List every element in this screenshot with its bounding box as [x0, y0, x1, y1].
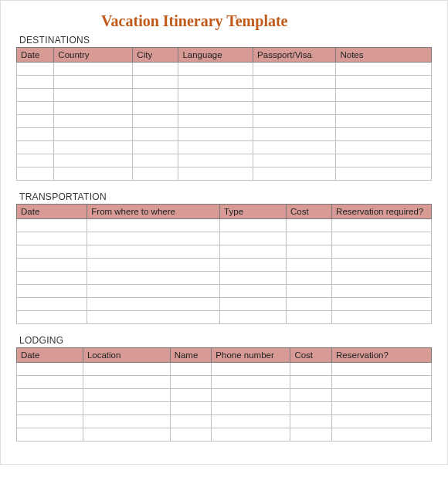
table-cell[interactable]: [17, 89, 54, 102]
table-cell[interactable]: [17, 298, 87, 311]
table-cell[interactable]: [253, 141, 336, 154]
table-cell[interactable]: [336, 141, 432, 154]
table-cell[interactable]: [336, 128, 432, 141]
table-cell[interactable]: [17, 415, 83, 428]
table-cell[interactable]: [178, 167, 253, 181]
table-cell[interactable]: [336, 154, 432, 167]
table-cell[interactable]: [290, 428, 332, 442]
table-cell[interactable]: [332, 311, 432, 324]
table-cell[interactable]: [17, 128, 54, 141]
table-cell[interactable]: [212, 376, 290, 389]
table-cell[interactable]: [336, 63, 432, 76]
table-cell[interactable]: [170, 376, 212, 389]
table-cell[interactable]: [287, 259, 332, 272]
table-cell[interactable]: [287, 272, 332, 285]
table-cell[interactable]: [87, 232, 220, 245]
table-cell[interactable]: [133, 102, 178, 115]
table-cell[interactable]: [332, 285, 432, 298]
table-cell[interactable]: [212, 389, 290, 402]
table-cell[interactable]: [170, 402, 212, 415]
table-cell[interactable]: [220, 259, 287, 272]
table-cell[interactable]: [253, 128, 336, 141]
table-cell[interactable]: [220, 272, 287, 285]
table-cell[interactable]: [133, 167, 178, 181]
table-cell[interactable]: [336, 167, 432, 181]
table-cell[interactable]: [332, 415, 432, 428]
table-cell[interactable]: [54, 115, 133, 128]
table-cell[interactable]: [17, 167, 54, 181]
table-cell[interactable]: [83, 428, 170, 442]
table-cell[interactable]: [87, 272, 220, 285]
table-cell[interactable]: [87, 245, 220, 259]
table-cell[interactable]: [170, 363, 212, 376]
table-cell[interactable]: [83, 415, 170, 428]
table-cell[interactable]: [133, 154, 178, 167]
table-cell[interactable]: [54, 89, 133, 102]
table-cell[interactable]: [336, 115, 432, 128]
table-cell[interactable]: [87, 259, 220, 272]
table-cell[interactable]: [253, 115, 336, 128]
table-cell[interactable]: [54, 102, 133, 115]
table-cell[interactable]: [17, 219, 87, 232]
table-cell[interactable]: [290, 389, 332, 402]
table-cell[interactable]: [287, 219, 332, 232]
table-cell[interactable]: [17, 102, 54, 115]
table-cell[interactable]: [17, 402, 83, 415]
table-cell[interactable]: [287, 298, 332, 311]
table-cell[interactable]: [287, 232, 332, 245]
table-cell[interactable]: [87, 311, 220, 324]
table-cell[interactable]: [178, 63, 253, 76]
table-cell[interactable]: [83, 363, 170, 376]
table-cell[interactable]: [17, 428, 83, 442]
table-cell[interactable]: [170, 415, 212, 428]
table-cell[interactable]: [133, 141, 178, 154]
table-cell[interactable]: [178, 115, 253, 128]
table-cell[interactable]: [332, 272, 432, 285]
table-cell[interactable]: [170, 389, 212, 402]
table-cell[interactable]: [332, 376, 432, 389]
table-cell[interactable]: [17, 259, 87, 272]
table-cell[interactable]: [133, 128, 178, 141]
table-cell[interactable]: [332, 259, 432, 272]
table-cell[interactable]: [170, 428, 212, 442]
table-cell[interactable]: [133, 115, 178, 128]
table-cell[interactable]: [332, 389, 432, 402]
table-cell[interactable]: [54, 76, 133, 89]
table-cell[interactable]: [17, 245, 87, 259]
table-cell[interactable]: [133, 76, 178, 89]
table-cell[interactable]: [178, 89, 253, 102]
table-cell[interactable]: [178, 154, 253, 167]
table-cell[interactable]: [17, 272, 87, 285]
table-cell[interactable]: [253, 76, 336, 89]
table-cell[interactable]: [133, 63, 178, 76]
table-cell[interactable]: [17, 115, 54, 128]
table-cell[interactable]: [220, 219, 287, 232]
table-cell[interactable]: [332, 298, 432, 311]
table-cell[interactable]: [253, 102, 336, 115]
table-cell[interactable]: [212, 415, 290, 428]
table-cell[interactable]: [178, 141, 253, 154]
table-cell[interactable]: [17, 141, 54, 154]
table-cell[interactable]: [220, 232, 287, 245]
table-cell[interactable]: [220, 285, 287, 298]
table-cell[interactable]: [54, 167, 133, 181]
table-cell[interactable]: [54, 154, 133, 167]
table-cell[interactable]: [253, 89, 336, 102]
table-cell[interactable]: [253, 154, 336, 167]
table-cell[interactable]: [212, 428, 290, 442]
table-cell[interactable]: [290, 402, 332, 415]
table-cell[interactable]: [212, 402, 290, 415]
table-cell[interactable]: [332, 245, 432, 259]
table-cell[interactable]: [287, 311, 332, 324]
table-cell[interactable]: [336, 102, 432, 115]
table-cell[interactable]: [17, 363, 83, 376]
table-cell[interactable]: [17, 285, 87, 298]
table-cell[interactable]: [83, 376, 170, 389]
table-cell[interactable]: [17, 376, 83, 389]
table-cell[interactable]: [178, 128, 253, 141]
table-cell[interactable]: [220, 298, 287, 311]
table-cell[interactable]: [290, 415, 332, 428]
table-cell[interactable]: [17, 389, 83, 402]
table-cell[interactable]: [83, 402, 170, 415]
table-cell[interactable]: [54, 128, 133, 141]
